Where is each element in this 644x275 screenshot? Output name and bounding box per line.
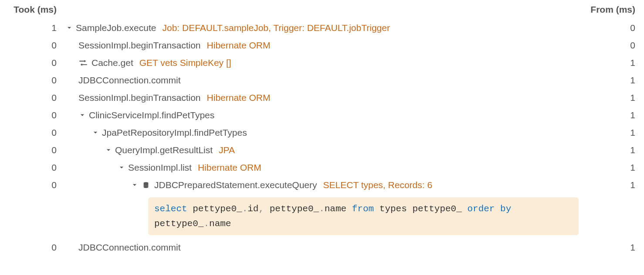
sql-keyword: order	[467, 204, 495, 214]
sql-token: pettype0_	[187, 204, 242, 214]
took-cell: 0	[9, 58, 65, 68]
table-row: 0Cache.getGET vets SimpleKey []1	[9, 54, 635, 72]
from-cell: 1	[583, 242, 635, 253]
entry-detail: Hibernate ORM	[198, 162, 261, 173]
took-cell: 0	[9, 110, 65, 120]
entry-cell: SampleJob.executeJob: DEFAULT.sampleJob,…	[65, 23, 583, 33]
entry-cell: QueryImpl.getResultListJPA	[65, 145, 583, 155]
took-cell: 0	[9, 145, 65, 155]
entry-name: JDBCConnection.commit	[78, 242, 181, 253]
trace-entry[interactable]: JpaPetRepositoryImpl.findPetTypes	[92, 127, 583, 138]
from-cell: 1	[583, 75, 635, 86]
entry-cell: JDBCConnection.commit	[65, 75, 583, 86]
sql-punct: .	[203, 219, 209, 229]
table-row: 0 JDBCConnection.commit 1	[9, 239, 635, 256]
from-cell: 1	[583, 58, 635, 68]
entry-cell: SessionImpl.beginTransactionHibernate OR…	[65, 40, 583, 51]
entry-cell: JDBCPreparedStatement.executeQuerySELECT…	[65, 180, 583, 190]
trace-entry[interactable]: Cache.getGET vets SimpleKey []	[78, 58, 583, 68]
chevron-down-icon[interactable]	[131, 182, 139, 188]
took-cell: 0	[9, 40, 65, 51]
from-cell: 1	[583, 110, 635, 120]
exchange-icon	[78, 59, 88, 66]
from-cell: 1	[583, 145, 635, 155]
sql-token: types pettype0_	[374, 204, 467, 214]
entry-cell: ClinicServiceImpl.findPetTypes	[65, 110, 583, 120]
trace-entry[interactable]: JDBCConnection.commit	[78, 242, 583, 253]
from-cell: 0	[583, 40, 635, 51]
table-row: 0SessionImpl.beginTransactionHibernate O…	[9, 89, 635, 107]
from-cell: 1	[583, 93, 635, 103]
chevron-down-icon[interactable]	[118, 165, 125, 171]
entry-cell: JDBCConnection.commit	[65, 242, 583, 253]
chevron-down-icon[interactable]	[105, 147, 112, 153]
trace-entry[interactable]: SessionImpl.beginTransactionHibernate OR…	[78, 93, 583, 103]
header-row: Took (ms) From (ms)	[9, 4, 635, 15]
from-cell: 1	[583, 127, 635, 138]
sql-query-block[interactable]: select pettype0_.id, pettype0_.name from…	[148, 197, 579, 235]
entry-cell: Cache.getGET vets SimpleKey []	[65, 58, 583, 68]
sql-token: name	[325, 204, 352, 214]
entry-name: SessionImpl.list	[128, 162, 192, 173]
trace-entry[interactable]: QueryImpl.getResultListJPA	[105, 145, 583, 155]
trace-entry[interactable]: SessionImpl.listHibernate ORM	[118, 162, 583, 173]
entry-cell: JpaPetRepositoryImpl.findPetTypes	[65, 127, 583, 138]
entry-cell: SessionImpl.beginTransactionHibernate OR…	[65, 93, 583, 103]
sql-token: pettype0_	[154, 219, 203, 229]
took-cell: 0	[9, 75, 65, 86]
entry-name: JDBCConnection.commit	[78, 75, 181, 86]
table-row: 0JDBCPreparedStatement.executeQuerySELEC…	[9, 176, 635, 194]
entry-detail: GET vets SimpleKey []	[139, 58, 231, 68]
sql-punct: .	[242, 204, 248, 214]
sql-keyword: by	[500, 204, 511, 214]
entry-name: QueryImpl.getResultList	[115, 145, 213, 155]
table-row: 0SessionImpl.listHibernate ORM1	[9, 159, 635, 176]
sql-punct: .	[319, 204, 325, 214]
table-row: 0SessionImpl.beginTransactionHibernate O…	[9, 37, 635, 54]
entry-detail: SELECT types, Records: 6	[323, 180, 433, 190]
took-cell: 0	[9, 180, 65, 190]
sql-token: name	[209, 219, 231, 229]
trace-entry[interactable]: JDBCConnection.commit	[78, 75, 583, 86]
from-cell: 1	[583, 162, 635, 173]
took-cell: 0	[9, 242, 65, 253]
entry-name: SessionImpl.beginTransaction	[78, 40, 201, 51]
table-row: 1SampleJob.executeJob: DEFAULT.sampleJob…	[9, 19, 635, 37]
sql-token: id	[247, 204, 258, 214]
header-spacer	[65, 4, 583, 15]
from-cell: 1	[583, 180, 635, 190]
sql-token: pettype0_	[264, 204, 319, 214]
trace-entry[interactable]: SessionImpl.beginTransactionHibernate OR…	[78, 40, 583, 51]
chevron-down-icon[interactable]	[92, 130, 99, 136]
sql-keyword: select	[154, 204, 187, 214]
took-cell: 0	[9, 93, 65, 103]
entry-name: JDBCPreparedStatement.executeQuery	[154, 180, 317, 190]
trace-entry[interactable]: SampleJob.executeJob: DEFAULT.sampleJob,…	[65, 23, 583, 33]
sql-cell: select pettype0_.id, pettype0_.name from…	[65, 197, 583, 235]
table-row: 0JpaPetRepositoryImpl.findPetTypes1	[9, 124, 635, 141]
sql-punct: ,	[258, 204, 264, 214]
header-took: Took (ms)	[9, 4, 65, 15]
table-row: 0ClinicServiceImpl.findPetTypes1	[9, 107, 635, 124]
sql-row: select pettype0_.id, pettype0_.name from…	[9, 194, 635, 239]
svg-point-0	[144, 182, 149, 184]
entry-name: ClinicServiceImpl.findPetTypes	[89, 110, 214, 120]
chevron-down-icon[interactable]	[65, 25, 73, 31]
entry-detail: Hibernate ORM	[207, 93, 271, 103]
table-row: 0JDBCConnection.commit1	[9, 72, 635, 89]
took-cell: 0	[9, 127, 65, 138]
entry-detail: JPA	[219, 145, 235, 155]
database-icon	[141, 182, 151, 189]
took-cell: 0	[9, 162, 65, 173]
entry-detail: Job: DEFAULT.sampleJob, Trigger: DEFAULT…	[162, 23, 390, 33]
chevron-down-icon[interactable]	[78, 112, 86, 118]
entry-name: SessionImpl.beginTransaction	[78, 93, 201, 103]
header-from: From (ms)	[583, 4, 635, 15]
trace-entry[interactable]: JDBCPreparedStatement.executeQuerySELECT…	[131, 180, 583, 190]
table-row: 0QueryImpl.getResultListJPA1	[9, 141, 635, 159]
entry-cell: SessionImpl.listHibernate ORM	[65, 162, 583, 173]
entry-name: Cache.get	[92, 58, 133, 68]
trace-entry[interactable]: ClinicServiceImpl.findPetTypes	[78, 110, 583, 120]
from-cell: 0	[583, 23, 635, 33]
entry-name: SampleJob.execute	[76, 23, 156, 33]
